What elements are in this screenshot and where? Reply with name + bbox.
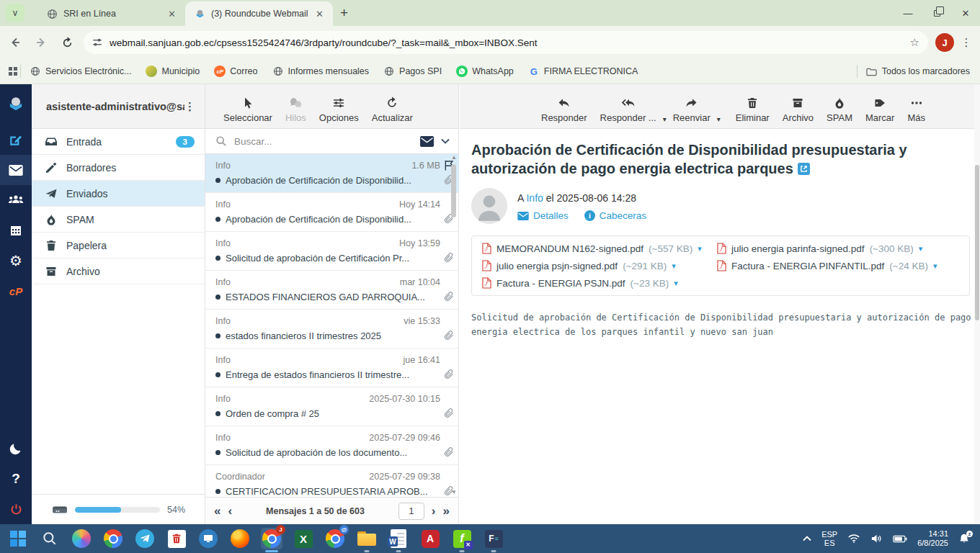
message-list-item[interactable]: Info 1.6 MB Aprobación de Certificación … bbox=[205, 154, 459, 193]
folder-enviados[interactable]: Enviados bbox=[32, 181, 205, 207]
spam-button[interactable]: SPAM bbox=[820, 96, 859, 123]
url-bar[interactable]: webmail.sanjuan.gob.ec/cpsess1525424746/… bbox=[84, 31, 928, 54]
wifi-icon[interactable] bbox=[847, 534, 860, 544]
site-settings-icon[interactable] bbox=[92, 37, 102, 48]
notifications-bell-icon[interactable]: z bbox=[958, 533, 970, 544]
back-icon[interactable] bbox=[4, 32, 26, 53]
file-explorer-icon[interactable] bbox=[356, 528, 378, 549]
message-list-item[interactable]: Info vie 15:33 estados financieros II tr… bbox=[205, 310, 459, 349]
search-scope-mail-icon[interactable] bbox=[420, 136, 434, 147]
attachment-item[interactable]: julio energia parinfa-signed.pdf (~300 K… bbox=[717, 243, 959, 254]
attachment-item[interactable]: julio energia psjn-signed.pdf (~291 KB) … bbox=[482, 260, 717, 271]
recycle-app-icon[interactable] bbox=[166, 528, 187, 549]
finance-app-icon[interactable]: f✕ bbox=[451, 528, 473, 549]
next-page-icon[interactable]: › bbox=[432, 505, 436, 517]
attachment-menu-caret-icon[interactable]: ▾ bbox=[933, 261, 937, 271]
chrome-active-icon[interactable]: J bbox=[261, 528, 282, 549]
attachment-menu-caret-icon[interactable]: ▾ bbox=[919, 244, 923, 253]
copilot-icon[interactable] bbox=[71, 528, 92, 549]
chrome-icon[interactable] bbox=[102, 528, 124, 549]
help-icon[interactable]: ? bbox=[0, 464, 32, 494]
calendar-icon[interactable] bbox=[0, 215, 32, 246]
attachment-menu-caret-icon[interactable]: ▾ bbox=[672, 261, 676, 271]
folder-papelera[interactable]: Papelera bbox=[32, 233, 205, 258]
roundcube-logo[interactable] bbox=[0, 84, 32, 125]
attachment-item[interactable]: Factura - ENERGIA PINFANTIL.pdf (~24 KB)… bbox=[717, 260, 959, 271]
tab-close-icon[interactable]: ✕ bbox=[313, 9, 326, 19]
logout-power-icon[interactable] bbox=[0, 494, 32, 524]
chrome-profile2-icon[interactable]: @ bbox=[324, 528, 346, 549]
folder-spam[interactable]: SPAM bbox=[32, 207, 205, 233]
restore-button[interactable] bbox=[922, 0, 951, 26]
close-button[interactable]: ✕ bbox=[951, 0, 980, 26]
dark-mode-moon-icon[interactable] bbox=[0, 433, 32, 464]
chevron-down-icon[interactable] bbox=[441, 138, 450, 144]
message-list-item[interactable]: Info 2025-07-29 09:46 Solicitud de aprob… bbox=[205, 426, 459, 465]
attachment-menu-caret-icon[interactable]: ▾ bbox=[674, 279, 678, 288]
minimize-button[interactable]: — bbox=[894, 0, 922, 26]
mail-icon[interactable] bbox=[0, 155, 32, 185]
bookmark-whatsapp[interactable]: WhatsApp bbox=[456, 66, 514, 77]
tab-search-button[interactable]: v bbox=[6, 4, 24, 22]
cpanel-icon[interactable]: cP bbox=[0, 276, 32, 306]
more-button[interactable]: Más bbox=[901, 96, 932, 123]
bookmark-informes[interactable]: Informes mensuales bbox=[272, 66, 370, 77]
message-list-item[interactable]: Info jue 16:41 Entrega de estados financ… bbox=[205, 349, 459, 387]
reply-button[interactable]: Responder bbox=[535, 96, 594, 123]
folder-entrada[interactable]: Entrada 3 bbox=[32, 129, 205, 155]
remote-desktop-icon[interactable] bbox=[197, 528, 219, 549]
forward-caret-icon[interactable]: ▾ bbox=[717, 115, 721, 123]
message-list-item[interactable]: Info Hoy 13:59 Solicitud de aprobación d… bbox=[205, 232, 459, 271]
list-scrollbar[interactable]: ▲ ▼ bbox=[450, 154, 458, 497]
bookmark-servicios[interactable]: Servicios Electrónic... bbox=[30, 66, 131, 77]
bookmark-star-icon[interactable]: ☆ bbox=[910, 36, 919, 49]
scroll-up-icon[interactable]: ▲ bbox=[450, 154, 458, 161]
details-link[interactable]: Detalles bbox=[517, 210, 569, 221]
last-page-icon[interactable]: » bbox=[443, 505, 450, 517]
scrollbar-thumb[interactable] bbox=[975, 165, 979, 320]
search-input[interactable] bbox=[234, 136, 413, 147]
mail-scrollbar[interactable] bbox=[974, 84, 980, 524]
scrollbar-thumb[interactable] bbox=[451, 164, 456, 217]
message-list-item[interactable]: Info Hoy 14:14 Aprobación de Certificaci… bbox=[205, 193, 459, 232]
bookmark-pagos[interactable]: Pagos SPI bbox=[383, 66, 442, 77]
from-contact-link[interactable]: Info bbox=[526, 192, 543, 204]
delete-button[interactable]: Eliminar bbox=[729, 96, 776, 123]
excel-icon[interactable]: X bbox=[293, 528, 314, 549]
first-page-icon[interactable]: « bbox=[214, 505, 220, 517]
page-number-input[interactable] bbox=[398, 503, 424, 520]
apps-grid-icon[interactable] bbox=[9, 67, 17, 76]
start-button[interactable] bbox=[7, 528, 29, 549]
attachment-item[interactable]: MEMORANDUM N162-signed.pdf (~557 KB) ▾ bbox=[482, 243, 717, 254]
tab-sri[interactable]: SRI en Línea ✕ bbox=[37, 1, 185, 26]
forward-icon[interactable] bbox=[30, 32, 52, 53]
attachment-item[interactable]: Factura - ENERGIA PSJN.pdf (~23 KB) ▾ bbox=[482, 277, 717, 289]
prev-page-icon[interactable]: ‹ bbox=[228, 505, 232, 517]
all-bookmarks[interactable]: Todos los marcadores bbox=[866, 66, 970, 77]
browser-menu-icon[interactable]: ⋮ bbox=[958, 36, 974, 49]
folder-archivo[interactable]: Archivo bbox=[32, 258, 205, 284]
message-list-item[interactable]: Info 2025-07-30 10:15 Orden de compra # … bbox=[205, 387, 459, 426]
taskbar-search-icon[interactable] bbox=[39, 528, 61, 549]
bookmark-firma[interactable]: G FIRMA ELECTRONICA bbox=[528, 66, 638, 77]
message-list-item[interactable]: Coordinador 2025-07-29 09:38 CERTIFICACI… bbox=[205, 465, 459, 497]
tab-close-icon[interactable]: ✕ bbox=[166, 9, 178, 19]
reload-icon[interactable] bbox=[56, 32, 78, 53]
options-button[interactable]: Opciones bbox=[313, 96, 365, 123]
headers-link[interactable]: i Cabeceras bbox=[584, 210, 646, 221]
acrobat-icon[interactable]: A bbox=[419, 528, 441, 549]
archive-button[interactable]: Archivo bbox=[776, 96, 820, 123]
word-icon[interactable]: W bbox=[388, 528, 409, 549]
firefox-icon[interactable] bbox=[229, 528, 251, 549]
fsystem-app-icon[interactable]: F≡ bbox=[483, 528, 504, 549]
message-list-item[interactable]: Info mar 10:04 ESTADOS FINANCIEROS GAD P… bbox=[205, 271, 459, 310]
language-indicator[interactable]: ESPES bbox=[821, 530, 837, 547]
new-tab-button[interactable]: + bbox=[340, 5, 348, 21]
clock[interactable]: 14:316/8/2025 bbox=[917, 529, 948, 548]
attachment-menu-caret-icon[interactable]: ▾ bbox=[698, 244, 702, 253]
bookmark-municipio[interactable]: Municipio bbox=[146, 66, 200, 77]
volume-icon[interactable] bbox=[870, 534, 883, 544]
compose-icon[interactable] bbox=[0, 125, 32, 155]
profile-avatar[interactable]: J bbox=[935, 33, 954, 52]
contacts-icon[interactable] bbox=[0, 185, 32, 215]
